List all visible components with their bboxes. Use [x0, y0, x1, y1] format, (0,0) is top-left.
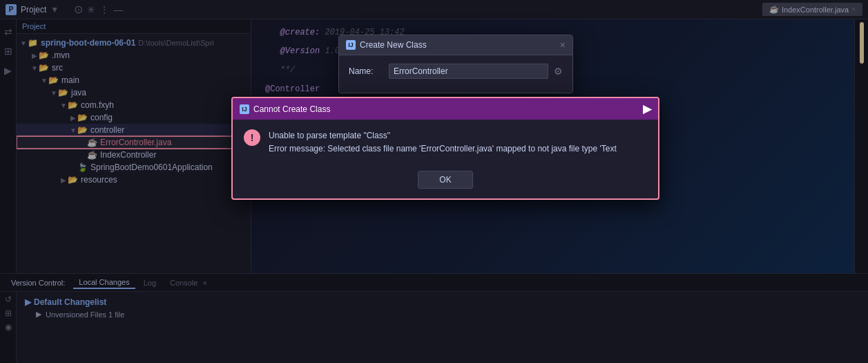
- dialog-ok-button[interactable]: OK: [418, 171, 472, 189]
- error-text-block: Unable to parse template "Class" Error m…: [269, 129, 647, 156]
- dialog-name-field: Name: ⚙: [349, 64, 563, 79]
- dialog-create-body: Name: ⚙: [339, 55, 572, 93]
- dialog-create-class-titlebar: IJ Create New Class ×: [339, 35, 572, 55]
- dialog-error-title: Cannot Create Class: [253, 104, 330, 114]
- dialog-create-close[interactable]: ×: [560, 39, 566, 50]
- dialog-error-body: ! Unable to parse template "Class" Error…: [233, 120, 658, 165]
- error-line1: Unable to parse template "Class": [269, 129, 647, 142]
- error-icon: !: [244, 129, 260, 146]
- dialog-error-footer: OK: [233, 165, 658, 198]
- dialog-error-icon: IJ: [240, 104, 249, 114]
- dialog-cannot-create: IJ Cannot Create Class ▶ ! Unable to par…: [231, 97, 659, 200]
- dialog-name-label: Name:: [349, 66, 383, 76]
- dialog-error-close[interactable]: ▶: [643, 102, 651, 115]
- dialog-create-class-title-left: IJ Create New Class: [346, 40, 427, 50]
- dialog-name-dropdown[interactable]: ⚙: [554, 66, 563, 77]
- error-line2: Error message: Selected class file name …: [269, 142, 647, 156]
- dialog-error-title-left: IJ Cannot Create Class: [240, 104, 330, 114]
- dialog-create-class: IJ Create New Class × Name: ⚙: [338, 35, 573, 93]
- dialog-name-input[interactable]: [389, 64, 548, 79]
- dialog-create-icon: IJ: [346, 40, 356, 50]
- ok-button-label: OK: [439, 175, 451, 185]
- dialog-create-title: Create New Class: [360, 40, 427, 50]
- dialog-error-titlebar: IJ Cannot Create Class ▶: [233, 98, 658, 120]
